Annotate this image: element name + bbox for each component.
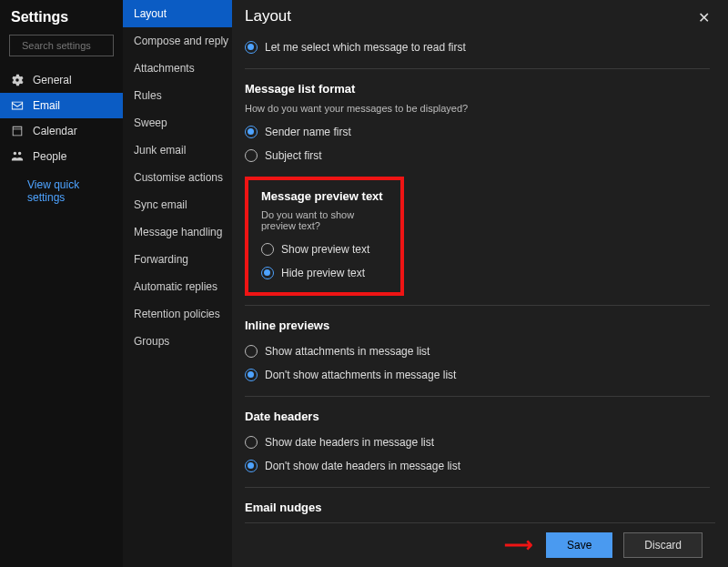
gear-icon [11,74,24,86]
radio-icon [245,149,258,162]
discard-button[interactable]: Discard [623,532,703,558]
section-title: Date headers [245,410,710,423]
nav-calendar[interactable]: Calendar [0,118,123,144]
page-title: Layout [245,7,291,25]
section-message-list: Message list format How do you want your… [245,68,710,167]
section-title: Message list format [245,82,710,96]
radio-show-date[interactable]: Show date headers in message list [245,430,710,454]
footer: ⟶ Save Discard [245,522,715,567]
main-panel: Layout ✕ Let me select which message to … [232,0,728,567]
mid-item-forwarding[interactable]: Forwarding [123,246,232,273]
radio-show-attachments[interactable]: Show attachments in message list [245,339,710,363]
mid-item-junk[interactable]: Junk email [123,137,232,164]
radio-label: Show preview text [281,243,369,256]
section-preview-text-highlight: Message preview text Do you want to show… [245,177,404,296]
settings-title: Settings [0,7,123,35]
nav-label: General [33,74,72,86]
mid-item-rules[interactable]: Rules [123,82,232,109]
settings-sidebar: Settings General Email Calendar People V… [0,0,123,567]
section-title: Email nudges [245,501,710,514]
content-scroll: Let me select which message to read firs… [245,35,715,522]
radio-label: Show attachments in message list [265,345,430,358]
mid-item-groups[interactable]: Groups [123,328,232,355]
main-header: Layout ✕ [245,7,715,28]
section-email-nudges: Email nudges Outlook can help you rememb… [245,487,710,522]
radio-focused-opt[interactable]: Let me select which message to read firs… [245,35,710,59]
close-button[interactable]: ✕ [693,7,715,28]
radio-show-preview[interactable]: Show preview text [261,238,388,261]
mid-item-sweep[interactable]: Sweep [123,109,232,137]
nav-email[interactable]: Email [0,93,123,118]
radio-hide-attachments[interactable]: Don't show attachments in message list [245,363,710,387]
radio-label: Show date headers in message list [265,436,434,449]
radio-sender-first[interactable]: Sender name first [245,120,710,144]
section-title: Message preview text [261,189,388,203]
radio-icon [245,126,258,138]
radio-icon [261,243,274,256]
radio-icon [245,369,258,381]
mail-icon [11,99,24,112]
radio-hide-date[interactable]: Don't show date headers in message list [245,454,710,478]
section-subtitle: How do you want your messages to be disp… [245,103,710,114]
arrow-annotation-icon: ⟶ [504,533,531,557]
people-icon [11,150,24,163]
category-sidebar: Layout Compose and reply Attachments Rul… [123,0,232,567]
radio-icon [245,41,258,54]
mid-item-compose[interactable]: Compose and reply [123,27,232,55]
radio-icon [245,436,258,449]
mid-item-customise[interactable]: Customise actions [123,164,232,191]
radio-hide-preview[interactable]: Hide preview text [261,261,388,285]
mid-item-layout[interactable]: Layout [123,0,232,27]
mid-item-sync[interactable]: Sync email [123,191,232,218]
nav-label: People [33,150,66,163]
nav-label: Email [33,99,60,112]
calendar-icon [11,125,24,137]
mid-item-autoreplies[interactable]: Automatic replies [123,273,232,300]
radio-label: Hide preview text [281,267,365,279]
radio-label: Don't show attachments in message list [265,369,456,381]
radio-label: Let me select which message to read firs… [265,41,466,54]
section-date-headers: Date headers Show date headers in messag… [245,396,710,478]
radio-label: Sender name first [265,126,351,138]
nav-people[interactable]: People [0,144,123,169]
section-title: Inline previews [245,319,710,332]
nav-general[interactable]: General [0,67,123,93]
radio-subject-first[interactable]: Subject first [245,144,710,167]
radio-label: Don't show date headers in message list [265,460,460,472]
radio-icon [245,345,258,358]
mid-item-retention[interactable]: Retention policies [123,300,232,328]
mid-item-attachments[interactable]: Attachments [123,55,232,82]
radio-icon [245,460,258,472]
nav-label: Calendar [33,125,77,137]
radio-label: Subject first [265,149,322,162]
section-subtitle: Do you want to show preview text? [261,209,388,231]
search-input-container[interactable] [9,35,114,56]
radio-icon [261,267,274,279]
save-button[interactable]: Save [546,532,612,558]
view-quick-settings-link[interactable]: View quick settings [0,169,123,213]
mid-item-handling[interactable]: Message handling [123,218,232,246]
section-inline-previews: Inline previews Show attachments in mess… [245,305,710,387]
